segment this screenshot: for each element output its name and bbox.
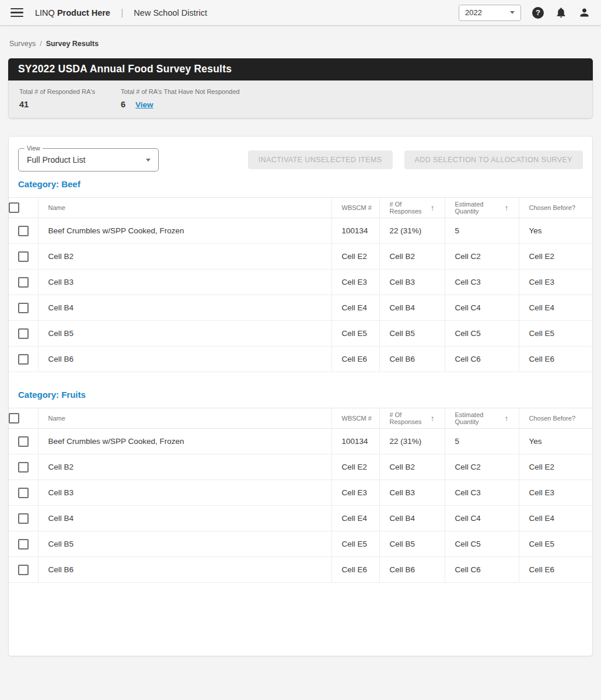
sort-ascending-icon[interactable]: ↑	[505, 204, 509, 212]
cell-chosen: Cell E3	[519, 480, 592, 506]
row-checkbox[interactable]	[18, 488, 29, 498]
col-header-responses[interactable]: # Of Responses↑	[379, 408, 445, 429]
cell-name: Cell B4	[38, 295, 331, 321]
cell-chosen: Cell E5	[519, 531, 592, 557]
row-checkbox[interactable]	[18, 462, 29, 473]
cell-wbscm: Cell E2	[331, 244, 379, 270]
cell-name: Cell B3	[38, 270, 331, 295]
cell-wbscm: Cell E3	[331, 270, 379, 295]
menu-icon[interactable]	[11, 8, 23, 18]
table-row: Cell B6Cell E6Cell B6Cell C6Cell E6	[9, 557, 592, 583]
cell-wbscm: Cell E5	[331, 321, 379, 346]
add-selection-to-allocation-button[interactable]: ADD SELECTION TO ALLOCATION SURVEY	[404, 150, 583, 169]
school-year-select[interactable]: 2022	[459, 5, 521, 21]
cell-quantity: Cell C6	[445, 346, 519, 372]
row-checkbox[interactable]	[18, 565, 29, 575]
brand-product-name: Product Here	[57, 8, 110, 18]
cell-responses: 22 (31%)	[379, 218, 445, 244]
row-checkbox[interactable]	[18, 328, 29, 339]
chevron-down-icon	[510, 11, 515, 14]
cell-quantity: Cell C2	[445, 454, 519, 480]
cell-quantity: Cell C2	[445, 244, 519, 270]
cell-chosen: Yes	[519, 218, 592, 244]
breadcrumb-separator: /	[40, 40, 41, 48]
row-checkbox-cell	[9, 346, 38, 372]
select-all-checkbox[interactable]	[9, 413, 19, 424]
toolbar-buttons: INACTIVATE UNSELECTED ITEMS ADD SELECTIO…	[248, 150, 583, 169]
cell-name: Cell B5	[38, 321, 331, 346]
category-section: Category: Beef Name WBSCM # # Of Respons…	[9, 179, 592, 372]
cell-quantity: Cell C4	[445, 506, 519, 531]
col-header-quantity[interactable]: Estimated Quantity↑	[445, 408, 519, 429]
breadcrumb-surveys[interactable]: Surveys	[9, 40, 36, 48]
breadcrumb: Surveys / Survey Results	[9, 40, 592, 48]
row-checkbox[interactable]	[18, 436, 29, 447]
row-checkbox-cell	[9, 429, 38, 454]
help-button[interactable]: ?	[532, 7, 544, 19]
category-section: Category: Fruits Name WBSCM # # Of Respo…	[9, 390, 592, 583]
cell-chosen: Cell E6	[519, 557, 592, 583]
row-checkbox-cell	[9, 295, 38, 321]
col-header-name: Name	[38, 408, 331, 429]
row-checkbox[interactable]	[18, 277, 29, 288]
notifications-button[interactable]	[555, 6, 567, 19]
account-button[interactable]	[578, 6, 590, 19]
row-checkbox[interactable]	[18, 226, 29, 236]
cell-quantity: Cell C6	[445, 557, 519, 583]
table-row: Beef Crumbles w/SPP Cooked, Frozen100134…	[9, 429, 592, 454]
brand-logo: LINQ Product Here	[35, 8, 110, 18]
cell-chosen: Cell E4	[519, 506, 592, 531]
cell-name: Beef Crumbles w/SPP Cooked, Frozen	[38, 218, 331, 244]
stat-not-responded-label: Total # of RA's That Have Not Responded	[121, 88, 240, 95]
cell-name: Cell B6	[38, 346, 331, 372]
view-select[interactable]: View Full Product List	[18, 148, 159, 172]
table-row: Cell B4Cell E4Cell B4Cell C4Cell E4	[9, 506, 592, 531]
row-checkbox-cell	[9, 557, 38, 583]
cell-wbscm: Cell E4	[331, 295, 379, 321]
view-non-responders-link[interactable]: View	[135, 100, 153, 109]
cell-name: Beef Crumbles w/SPP Cooked, Frozen	[38, 429, 331, 454]
category-title: Category: Beef	[18, 179, 583, 189]
view-select-value: Full Product List	[27, 155, 85, 164]
cell-responses: Cell B4	[379, 295, 445, 321]
row-checkbox[interactable]	[18, 303, 29, 313]
col-header-quantity[interactable]: Estimated Quantity↑	[445, 198, 519, 218]
table-row: Cell B6Cell E6Cell B6Cell C6Cell E6	[9, 346, 592, 372]
sort-ascending-icon[interactable]: ↑	[431, 414, 435, 423]
cell-wbscm: Cell E3	[331, 480, 379, 506]
row-checkbox-cell	[9, 480, 38, 506]
stat-not-responded: Total # of RA's That Have Not Responded …	[121, 88, 240, 109]
cell-chosen: Cell E2	[519, 244, 592, 270]
survey-stats-panel: Total # of Responded RA's 41 Total # of …	[8, 80, 593, 118]
appbar-divider: |	[121, 7, 123, 19]
row-checkbox[interactable]	[18, 513, 29, 524]
cell-quantity: 5	[445, 218, 519, 244]
cell-responses: Cell B5	[379, 321, 445, 346]
row-checkbox[interactable]	[18, 354, 29, 365]
col-header-wbscm: WBSCM #	[331, 198, 379, 218]
row-checkbox[interactable]	[18, 539, 29, 550]
sections-host: Category: Beef Name WBSCM # # Of Respons…	[9, 179, 592, 583]
stat-responded-label: Total # of Responded RA's	[19, 88, 121, 95]
cell-wbscm: 100134	[331, 429, 379, 454]
sort-ascending-icon[interactable]: ↑	[431, 204, 435, 212]
inactivate-unselected-button[interactable]: INACTIVATE UNSELECTED ITEMS	[248, 150, 393, 169]
app-bar: LINQ Product Here | New School District …	[0, 0, 601, 26]
row-checkbox-cell	[9, 270, 38, 295]
select-all-checkbox[interactable]	[9, 202, 19, 213]
cell-wbscm: Cell E6	[331, 557, 379, 583]
cell-quantity: Cell C3	[445, 270, 519, 295]
col-header-responses[interactable]: # Of Responses↑	[379, 198, 445, 218]
stat-responded-value: 41	[19, 100, 29, 109]
row-checkbox-cell	[9, 244, 38, 270]
sort-ascending-icon[interactable]: ↑	[505, 414, 509, 423]
breadcrumb-current: Survey Results	[46, 40, 99, 48]
row-checkbox[interactable]	[18, 251, 29, 262]
school-year-value: 2022	[465, 8, 482, 17]
results-toolbar: View Full Product List INACTIVATE UNSELE…	[9, 148, 592, 172]
cell-wbscm: Cell E4	[331, 506, 379, 531]
table-row: Cell B2Cell E2Cell B2Cell C2Cell E2	[9, 244, 592, 270]
col-header-chosen: Chosen Before?	[519, 408, 592, 429]
row-checkbox-cell	[9, 321, 38, 346]
survey-header-card: SY2022 USDA Annual Food Survey Results T…	[8, 58, 593, 118]
